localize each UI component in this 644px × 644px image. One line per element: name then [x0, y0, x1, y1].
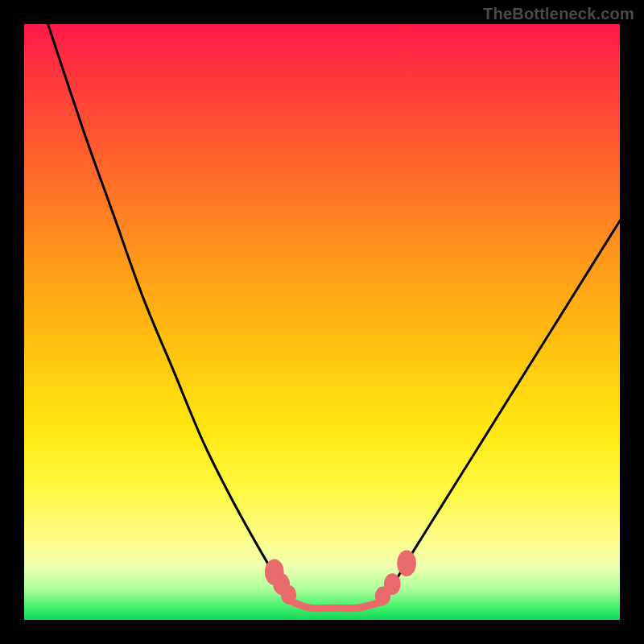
- right-marker-3: [397, 550, 416, 576]
- plot-area: [24, 24, 620, 620]
- chart-overlay-svg: [24, 24, 620, 620]
- right-curve: [382, 221, 620, 602]
- curve-left: [48, 24, 292, 602]
- valley-floor: [292, 602, 382, 609]
- attribution-text: TheBottleneck.com: [483, 5, 634, 23]
- curve-right: [382, 221, 620, 602]
- curve-markers: [265, 550, 416, 605]
- valley-link: [292, 602, 382, 609]
- left-curve: [48, 24, 292, 602]
- chart-frame: TheBottleneck.com: [0, 0, 644, 644]
- right-marker-2: [384, 573, 401, 595]
- left-marker-3: [281, 585, 296, 605]
